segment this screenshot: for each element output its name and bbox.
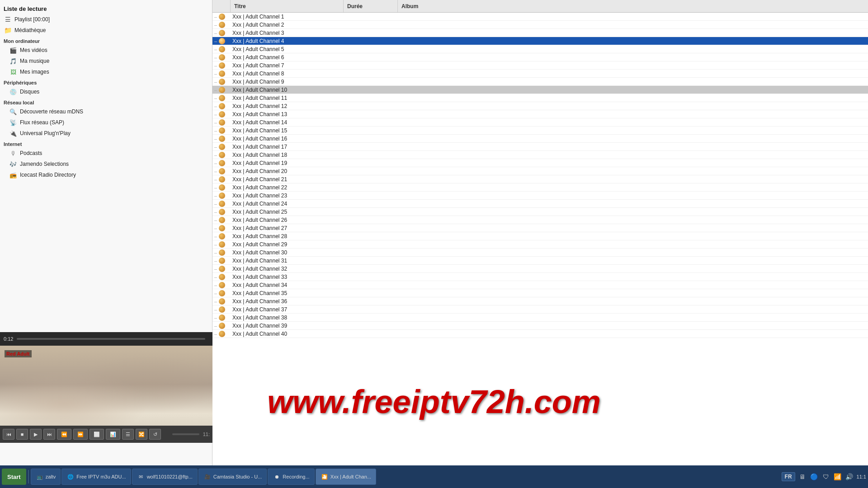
table-row[interactable]: – Xxx | Adult Channel 1 [212, 13, 868, 21]
forward-button[interactable]: ⏩ [73, 429, 88, 440]
channel-icon [219, 331, 225, 337]
sidebar-item-videos[interactable]: 🎬 Mes vidéos [0, 45, 212, 56]
table-row[interactable]: – Xxx | Adult Channel 29 [212, 240, 868, 249]
table-row[interactable]: – Xxx | Adult Channel 26 [212, 216, 868, 224]
channel-icon [219, 314, 225, 321]
play-button[interactable]: ▶ [30, 429, 42, 440]
sidebar-item-jamendo[interactable]: 🎶 Jamendo Selections [0, 159, 212, 169]
table-row[interactable]: – Xxx | Adult Channel 32 [212, 265, 868, 273]
table-row[interactable]: – Xxx | Adult Channel 11 [212, 94, 868, 102]
table-row[interactable]: – Xxx | Adult Channel 25 [212, 208, 868, 216]
sidebar-item-label-disques: Disques [20, 89, 39, 95]
sidebar-item-decouverte[interactable]: 🔍 Découverte réseau mDNS [0, 106, 212, 117]
table-row[interactable]: – Xxx | Adult Channel 14 [212, 118, 868, 127]
table-header: Titre Durée Album [212, 0, 868, 13]
table-row[interactable]: – Xxx | Adult Channel 9 [212, 78, 868, 86]
table-row[interactable]: – Xxx | Adult Channel 17 [212, 143, 868, 151]
volume-slider[interactable] [172, 433, 199, 435]
table-row[interactable]: – Xxx | Adult Channel 18 [212, 151, 868, 159]
taskbar-btn-camtasia[interactable]: 🎥 Camtasia Studio - U... [198, 469, 267, 485]
sidebar-item-label-jamendo: Jamendo Selections [20, 161, 69, 167]
sidebar-section-reseau-local: Réseau local [0, 97, 212, 106]
playlist-button[interactable]: ☰ [122, 429, 134, 440]
channel-icon [219, 258, 225, 264]
row-number: – [212, 323, 231, 329]
loop-button[interactable]: ↺ [149, 429, 161, 440]
sidebar-item-podcasts[interactable]: 🎙 Podcasts [0, 148, 212, 159]
sidebar-item-musique[interactable]: 🎵 Ma musique [0, 56, 212, 66]
equalizer-button[interactable]: 📊 [106, 429, 120, 440]
language-badge[interactable]: FR [782, 472, 795, 481]
prev-button[interactable]: ⏮ [3, 429, 14, 440]
sidebar-item-mediatheque[interactable]: 📁 Médiathèque [0, 25, 212, 36]
channel-icon [219, 323, 225, 329]
sidebar-item-label-videos: Mes vidéos [20, 47, 47, 53]
table-row[interactable]: – Xxx | Adult Channel 2 [212, 21, 868, 29]
sidebar-item-flux-reseau[interactable]: 📡 Flux réseau (SAP) [0, 117, 212, 128]
sidebar-item-playlist[interactable]: ☰ Playlist [00:00] [0, 14, 212, 25]
channel-title: Xxx | Adult Channel 20 [231, 168, 520, 174]
col-header-title: Titre [231, 0, 344, 12]
taskbar-btn-zaltv[interactable]: 📺 zaltv [31, 469, 61, 485]
channel-title: Xxx | Adult Channel 35 [231, 290, 520, 296]
table-row[interactable]: – Xxx | Adult Channel 38 [212, 314, 868, 322]
table-row[interactable]: – Xxx | Adult Channel 28 [212, 232, 868, 240]
table-row[interactable]: – Xxx | Adult Channel 3 [212, 29, 868, 37]
row-number: – [212, 95, 231, 101]
next-button[interactable]: ⏭ [43, 429, 55, 440]
table-row[interactable]: – Xxx | Adult Channel 6 [212, 53, 868, 61]
table-row[interactable]: – Xxx | Adult Channel 35 [212, 289, 868, 297]
taskbar-btn-recording[interactable]: ⏺ Recording... [268, 469, 314, 485]
channel-title: Xxx | Adult Channel 6 [231, 54, 520, 61]
table-row[interactable]: – Xxx | Adult Channel 39 [212, 322, 868, 330]
channel-title: Xxx | Adult Channel 17 [231, 144, 520, 150]
aspect-button[interactable]: ⬜ [90, 429, 104, 440]
table-row[interactable]: – Xxx | Adult Channel 34 [212, 281, 868, 289]
taskbar-btn-vlc[interactable]: 🎦 Xxx | Adult Chan... [316, 469, 376, 485]
sidebar-item-icecast[interactable]: 📻 Icecast Radio Directory [0, 169, 212, 180]
table-row[interactable]: – Xxx | Adult Channel 37 [212, 305, 868, 314]
table-row[interactable]: – Xxx | Adult Channel 36 [212, 297, 868, 305]
table-row[interactable]: – Xxx | Adult Channel 10 [212, 86, 868, 94]
table-row[interactable]: – Xxx | Adult Channel 5 [212, 45, 868, 53]
row-number: – [212, 136, 231, 142]
table-row[interactable]: – Xxx | Adult Channel 15 [212, 127, 868, 135]
table-row[interactable]: – Xxx | Adult Channel 33 [212, 273, 868, 281]
table-row[interactable]: – Xxx | Adult Channel 16 [212, 135, 868, 143]
sidebar-item-upnp[interactable]: 🔌 Universal Plug'n'Play [0, 128, 212, 139]
channel-icon [219, 184, 225, 191]
table-row[interactable]: – Xxx | Adult Channel 8 [212, 70, 868, 78]
table-row[interactable]: – Xxx | Adult Channel 22 [212, 183, 868, 192]
image-icon: 🖼 [9, 68, 17, 76]
table-row[interactable]: – Xxx | Adult Channel 24 [212, 200, 868, 208]
channel-title: Xxx | Adult Channel 29 [231, 241, 520, 248]
table-row[interactable]: – Xxx | Adult Channel 21 [212, 175, 868, 183]
sidebar-item-label-images: Mes images [20, 69, 49, 75]
row-number: – [212, 168, 231, 174]
table-row[interactable]: – Xxx | Adult Channel 23 [212, 192, 868, 200]
table-row[interactable]: – Xxx | Adult Channel 30 [212, 249, 868, 257]
table-row[interactable]: – Xxx | Adult Channel 27 [212, 224, 868, 232]
shuffle-button[interactable]: 🔀 [136, 429, 147, 440]
stop-button[interactable]: ■ [16, 429, 28, 440]
table-row[interactable]: – Xxx | Adult Channel 13 [212, 110, 868, 118]
row-number: – [212, 331, 231, 337]
channel-icon [219, 87, 225, 93]
table-row[interactable]: – Xxx | Adult Channel 7 [212, 61, 868, 70]
taskbar-btn-firefox[interactable]: 🌐 Free IPTV m3u ADU... [61, 469, 131, 485]
sidebar-item-images[interactable]: 🖼 Mes images [0, 66, 212, 77]
channel-icon [219, 152, 225, 158]
seek-bar[interactable] [17, 338, 205, 340]
taskbar-btn-ftp[interactable]: ✉ wolf11010221@ftp... [132, 469, 198, 485]
row-number: – [212, 144, 231, 150]
table-row[interactable]: – Xxx | Adult Channel 31 [212, 257, 868, 265]
sidebar-item-disques[interactable]: 💿 Disques [0, 86, 212, 97]
table-row[interactable]: – Xxx | Adult Channel 20 [212, 167, 868, 175]
start-button[interactable]: Start [2, 469, 26, 485]
table-row[interactable]: – Xxx | Adult Channel 12 [212, 102, 868, 110]
sidebar-item-label-decouverte: Découverte réseau mDNS [20, 108, 83, 115]
table-row[interactable]: – Xxx | Adult Channel 40 [212, 330, 868, 338]
table-row[interactable]: – Xxx | Adult Channel 4 [212, 37, 868, 45]
table-row[interactable]: – Xxx | Adult Channel 19 [212, 159, 868, 167]
rewind-button[interactable]: ⏪ [57, 429, 71, 440]
